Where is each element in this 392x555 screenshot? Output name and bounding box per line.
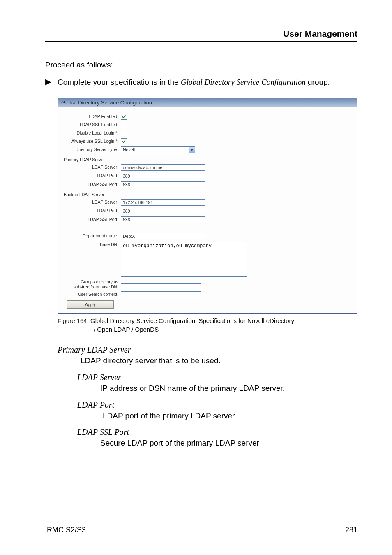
page-header: User Management (45, 29, 357, 42)
label-groups-dir: Groups directory as sub-tree from base D… (64, 279, 121, 289)
term-server: LDAP Server (77, 373, 357, 382)
label-backup-port: LDAP Port: (64, 208, 121, 213)
checkbox-ldap-enabled[interactable] (121, 114, 127, 120)
input-primary-port[interactable] (121, 173, 205, 179)
apply-button[interactable]: Apply (67, 300, 114, 309)
step-em: Global Directory Service Configuration (181, 78, 306, 86)
footer-right: 281 (345, 526, 357, 534)
figure-caption: Figure 164: Global Directory Service Con… (58, 316, 357, 334)
heading-primary: Primary LDAP Server (64, 157, 351, 162)
input-backup-server[interactable] (121, 199, 205, 206)
base-dn-value: ou=myorganization,ou=mycompany (123, 243, 212, 249)
panel-body: LDAP Enabled: LDAP SSL Enabled: Disable … (58, 107, 357, 313)
label-primary-ssl-port: LDAP SSL Port: (64, 181, 121, 187)
page-footer: iRMC S2/S3 281 (45, 523, 357, 534)
check-icon (122, 114, 126, 119)
input-user-search[interactable] (121, 291, 201, 297)
config-panel: Global Directory Service Configuration L… (58, 98, 357, 314)
select-dir-type-value: Novell (123, 147, 135, 152)
label-base-dn: Base DN: (64, 242, 121, 247)
term-primary: Primary LDAP Server (58, 345, 357, 355)
chevron-down-icon (189, 147, 195, 153)
panel-title: Global Directory Service Configuration (58, 98, 357, 107)
label-ldap-ssl-enabled: LDAP SSL Enabled: (64, 122, 121, 127)
label-user-search: User Search context: (64, 291, 121, 297)
label-primary-port: LDAP Port: (64, 173, 121, 178)
lead-text: Proceed as follows: (45, 60, 357, 70)
input-groups-dir[interactable] (121, 283, 201, 289)
def-server: IP address or DSN name of the primary LD… (100, 383, 357, 394)
label-backup-ssl-port: LDAP SSL Port: (64, 216, 121, 222)
label-department: Department name: (64, 233, 121, 238)
caption-line1: Figure 164: Global Directory Service Con… (58, 316, 357, 325)
step-row: ▶ Complete your specifications in the Gl… (45, 77, 357, 88)
caption-line2: / Open LDAP / OpenDS (94, 325, 357, 334)
def-ssl: Secure LDAP port of the primary LDAP ser… (100, 438, 357, 448)
check-icon (122, 139, 126, 144)
def-port: LDAP port of the primary LDAP server. (103, 411, 357, 421)
label-backup-server: LDAP Server: (64, 199, 121, 204)
term-port: LDAP Port (77, 400, 357, 410)
label-always-ssl: Always use SSL Login *: (64, 138, 121, 144)
step-post: group: (306, 78, 330, 86)
checkbox-always-ssl[interactable] (121, 138, 127, 144)
term-ssl: LDAP SSL Port (77, 427, 357, 437)
footer-left: iRMC S2/S3 (45, 526, 86, 534)
select-dir-type[interactable]: Novell (121, 146, 195, 153)
input-primary-ssl-port[interactable] (121, 181, 205, 188)
step-bullet: ▶ (45, 77, 58, 88)
heading-backup: Backup LDAP Server (64, 192, 351, 197)
step-text: Complete your specifications in the Glob… (58, 77, 330, 88)
step-pre: Complete your specifications in the (58, 78, 181, 86)
label-dir-type: Directory Server Type: (64, 146, 121, 152)
input-backup-ssl-port[interactable] (121, 216, 205, 223)
input-primary-server[interactable] (121, 164, 205, 171)
input-backup-port[interactable] (121, 208, 205, 214)
input-department[interactable] (121, 233, 205, 239)
definitions: Primary LDAP Server LDAP directory serve… (58, 345, 357, 448)
textarea-base-dn[interactable]: ou=myorganization,ou=mycompany (121, 242, 247, 277)
def-primary: LDAP directory server that is to be used… (81, 355, 357, 366)
label-disable-local: Disable Local Login *: (64, 130, 121, 135)
label-primary-server: LDAP Server: (64, 164, 121, 170)
label-ldap-enabled: LDAP Enabled: (64, 114, 121, 119)
checkbox-ldap-ssl-enabled[interactable] (121, 122, 127, 128)
checkbox-disable-local[interactable] (121, 130, 127, 136)
